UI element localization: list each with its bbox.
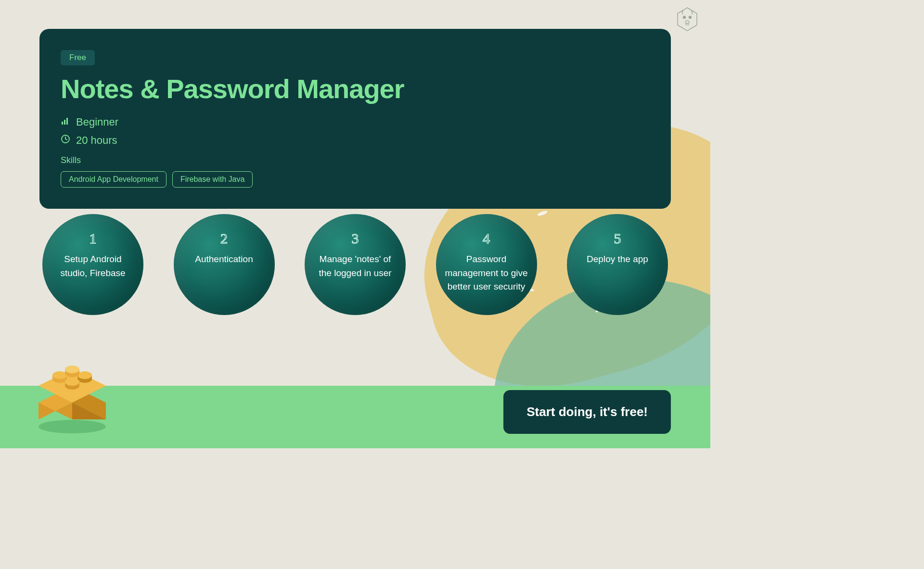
- step-circle-1[interactable]: 1 Setup Android studio, Firebase: [42, 214, 143, 315]
- step-number: 5: [614, 230, 621, 247]
- step-text: Password management to give better user …: [436, 253, 537, 294]
- svg-point-2: [689, 16, 692, 19]
- svg-point-22: [77, 371, 92, 379]
- step-circle-3[interactable]: 3 Manage 'notes' of the logged in user: [305, 214, 406, 315]
- clock-icon: [61, 134, 70, 147]
- course-card: Free Notes & Password Manager Beginner 2…: [39, 29, 671, 209]
- level-label: Beginner: [76, 116, 118, 128]
- svg-point-1: [683, 16, 686, 19]
- free-badge: Free: [61, 50, 95, 65]
- svg-point-25: [65, 378, 79, 386]
- step-text: Authentication: [186, 253, 261, 266]
- step-text: Deploy the app: [578, 253, 657, 266]
- duration-row: 20 hours: [61, 134, 650, 147]
- step-text: Manage 'notes' of the logged in user: [305, 253, 406, 280]
- svg-point-10: [38, 420, 106, 433]
- skills-label: Skills: [61, 155, 650, 165]
- step-circle-5[interactable]: 5 Deploy the app: [567, 214, 668, 315]
- svg-rect-7: [64, 120, 65, 125]
- step-text: Setup Android studio, Firebase: [42, 253, 143, 280]
- brand-logo-icon: [674, 6, 701, 33]
- svg-rect-8: [66, 118, 68, 125]
- svg-rect-6: [62, 122, 63, 125]
- skill-tag: Android App Development: [61, 171, 167, 188]
- step-number: 1: [90, 230, 97, 247]
- svg-point-3: [685, 21, 689, 24]
- duration-label: 20 hours: [76, 134, 117, 147]
- start-button[interactable]: Start doing, it's free!: [503, 390, 671, 434]
- level-row: Beginner: [61, 116, 650, 128]
- step-number: 4: [483, 230, 490, 247]
- step-number: 3: [352, 230, 359, 247]
- svg-point-19: [52, 371, 67, 379]
- svg-point-28: [65, 366, 79, 373]
- step-circle-2[interactable]: 2 Authentication: [174, 214, 275, 315]
- svg-marker-0: [678, 8, 697, 31]
- lego-brick-icon: [29, 357, 116, 434]
- level-icon: [61, 116, 70, 128]
- skills-row: Android App Development Firebase with Ja…: [61, 171, 650, 188]
- skill-tag: Firebase with Java: [172, 171, 253, 188]
- course-title: Notes & Password Manager: [61, 73, 650, 104]
- step-circle-4[interactable]: 4 Password management to give better use…: [436, 214, 537, 315]
- steps-row: 1 Setup Android studio, Firebase 2 Authe…: [42, 214, 668, 315]
- step-number: 2: [220, 230, 228, 247]
